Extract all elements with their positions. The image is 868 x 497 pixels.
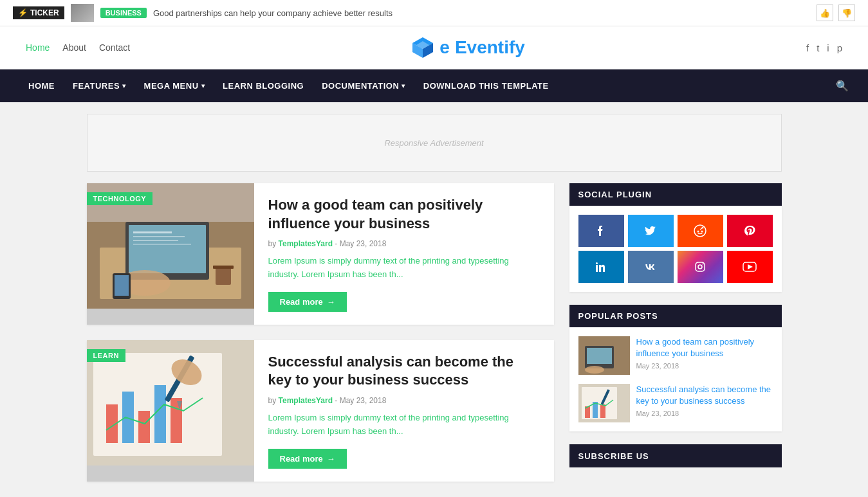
nav-download-template[interactable]: DOWNLOAD THIS TEMPLATE	[414, 71, 558, 101]
nav-home-main[interactable]: HOME	[19, 71, 64, 101]
social-facebook-button[interactable]	[578, 215, 624, 247]
ticker-thumbnail	[71, 4, 94, 22]
svg-point-30	[697, 231, 699, 233]
svg-rect-16	[115, 275, 129, 296]
articles-list: TECHNOLOGY How a good team can positivel…	[87, 183, 554, 482]
article-title-1: How a good team can positively influence…	[268, 196, 540, 233]
svg-rect-43	[587, 348, 612, 364]
svg-point-29	[694, 225, 706, 237]
popular-post-title-2: Successful analysis can become the key t…	[636, 384, 773, 407]
social-pinterest-link[interactable]: p	[837, 42, 842, 53]
article-author-1[interactable]: TemplatesYard	[279, 239, 333, 248]
nav-features[interactable]: FEATURES ▾	[64, 71, 135, 101]
nav-learn-blogging[interactable]: LEARN BLOGGING	[214, 71, 313, 101]
header-nav: Home About Contact	[26, 42, 130, 53]
svg-point-44	[585, 366, 604, 374]
svg-point-38	[703, 264, 704, 265]
ad-banner-text: Responsive Advertisement	[384, 138, 483, 148]
popular-post-info-2: Successful analysis can become the key t…	[636, 384, 773, 417]
popular-post-date-1: May 23, 2018	[636, 362, 773, 370]
article-content-2: Successful analysis can become the key t…	[254, 340, 554, 482]
nav-contact[interactable]: Contact	[99, 42, 130, 53]
popular-post-img-1	[578, 336, 630, 375]
svg-rect-49	[600, 404, 605, 418]
social-grid	[578, 215, 773, 283]
chevron-features: ▾	[122, 82, 126, 89]
popular-posts-title: POPULAR POSTS	[569, 305, 782, 327]
ad-banner: Responsive Advertisement	[87, 114, 782, 172]
social-plugin-title: SOCIAL PLUGIN	[569, 183, 782, 206]
svg-rect-22	[122, 392, 134, 443]
svg-marker-40	[748, 264, 753, 269]
popular-post-link-1[interactable]: How a good team can positively influence…	[636, 337, 755, 358]
social-instagram-button[interactable]	[678, 251, 723, 283]
sidebar: SOCIAL PLUGIN	[569, 183, 782, 482]
article-image-2: LEARN	[87, 340, 254, 482]
chevron-mega: ▾	[201, 82, 205, 89]
bolt-icon: ⚡	[18, 8, 28, 17]
social-vk-button[interactable]	[628, 251, 674, 283]
ticker-text: Good partnerships can help your company …	[153, 8, 810, 18]
nav-home[interactable]: Home	[26, 42, 50, 53]
site-logo[interactable]: eEventify	[411, 36, 525, 59]
article-title-2: Successful analysis can become the key t…	[268, 353, 540, 390]
search-icon[interactable]: 🔍	[836, 69, 849, 102]
ticker-label: ⚡ TICKER	[13, 6, 64, 19]
social-linkedin-button[interactable]	[578, 251, 624, 283]
popular-posts-content: How a good team can positively influence…	[569, 327, 782, 431]
social-twitter-link[interactable]: t	[817, 42, 819, 53]
logo-text: Eventify	[455, 37, 525, 58]
svg-point-35	[596, 262, 598, 264]
svg-rect-18	[213, 266, 234, 269]
popular-post-date-2: May 23, 2018	[636, 410, 773, 417]
chevron-docs: ▾	[402, 82, 405, 89]
read-more-button-2[interactable]: Read more →	[268, 449, 347, 469]
social-facebook-link[interactable]: f	[806, 42, 809, 53]
ticker-prev-button[interactable]: 👍	[817, 5, 833, 21]
popular-post-1: How a good team can positively influence…	[578, 336, 773, 375]
article-author-2[interactable]: TemplatesYard	[279, 396, 333, 405]
sidebar-social-plugin: SOCIAL PLUGIN	[569, 183, 782, 292]
svg-rect-12	[133, 240, 178, 241]
popular-post-info-1: How a good team can positively influence…	[636, 336, 773, 370]
read-more-button-1[interactable]: Read more →	[268, 292, 347, 312]
logo-icon	[411, 36, 434, 59]
article-excerpt-2: Lorem Ipsum is simply dummy text of the …	[268, 411, 540, 438]
article-meta-2: by TemplatesYard - May 23, 2018	[268, 396, 540, 405]
nav-documentation[interactable]: DOCUMENTATION ▾	[313, 71, 414, 101]
sidebar-subscribe: SUBSCRIBE US	[569, 444, 782, 467]
main-navbar: HOME FEATURES ▾ MEGA MENU ▾ LEARN BLOGGI…	[0, 69, 868, 102]
article-content-1: How a good team can positively influence…	[254, 183, 554, 325]
social-youtube-button[interactable]	[727, 251, 773, 283]
article-excerpt-1: Lorem Ipsum is simply dummy text of the …	[268, 255, 540, 282]
social-plugin-content	[569, 206, 782, 292]
ticker-badge: BUSINESS	[100, 8, 147, 18]
article-category-2: LEARN	[87, 349, 125, 362]
ticker-actions: 👍 👎	[817, 5, 855, 21]
article-card-1: TECHNOLOGY How a good team can positivel…	[87, 183, 554, 325]
main-container: TECHNOLOGY How a good team can positivel…	[87, 183, 782, 497]
social-pinterest-button[interactable]	[727, 215, 773, 247]
svg-point-37	[698, 265, 702, 269]
svg-rect-24	[154, 385, 166, 443]
popular-post-img-2	[578, 384, 630, 422]
nav-mega-menu[interactable]: MEGA MENU ▾	[135, 71, 214, 101]
nav-about[interactable]: About	[62, 42, 86, 53]
social-instagram-link[interactable]: i	[827, 42, 829, 53]
article-date-1: May 23, 2018	[340, 239, 387, 248]
svg-rect-34	[596, 265, 598, 272]
popular-post-link-2[interactable]: Successful analysis can become the key t…	[636, 384, 771, 406]
article-meta-1: by TemplatesYard - May 23, 2018	[268, 239, 540, 248]
article-category-1: TECHNOLOGY	[87, 192, 153, 205]
article-card-2: LEARN Successful analysis can become the…	[87, 340, 554, 482]
ticker-next-button[interactable]: 👎	[838, 5, 855, 21]
social-twitter-button[interactable]	[628, 215, 674, 247]
sidebar-popular-posts: POPULAR POSTS How a good team can pos	[569, 305, 782, 431]
svg-rect-10	[133, 231, 172, 233]
svg-rect-23	[138, 411, 150, 443]
svg-rect-13	[133, 244, 191, 245]
header-social: f t i p	[806, 42, 842, 53]
subscribe-title: SUBSCRIBE US	[578, 451, 649, 461]
subscribe-section: SUBSCRIBE US	[569, 444, 782, 467]
social-reddit-button[interactable]	[678, 215, 723, 247]
